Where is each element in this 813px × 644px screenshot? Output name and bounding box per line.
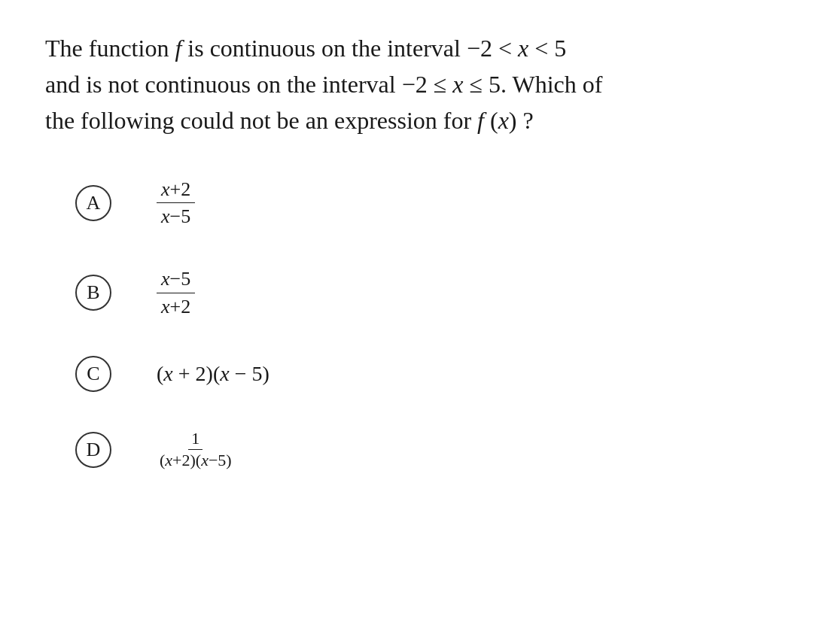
option-expression-a: x+2 x−5	[157, 176, 195, 229]
option-expression-c: (x + 2)(x − 5)	[157, 362, 269, 386]
fraction-d: 1 (x+2)(x−5)	[157, 428, 235, 472]
fraction-d-numerator: 1	[188, 428, 202, 450]
fraction-a-numerator: x+2	[157, 176, 195, 203]
option-circle-c[interactable]: C	[75, 356, 111, 392]
option-circle-d[interactable]: D	[75, 432, 111, 468]
page-content: The function f is continuous on the inte…	[45, 30, 768, 472]
fraction-b-numerator: x−5	[157, 266, 195, 293]
fraction-b-denominator: x+2	[157, 293, 195, 320]
fraction-d-denominator: (x+2)(x−5)	[157, 450, 235, 471]
question-line3: the following could not be an expression…	[45, 102, 768, 138]
question-line1: The function f is continuous on the inte…	[45, 30, 768, 66]
option-expression-d: 1 (x+2)(x−5)	[157, 428, 235, 472]
fraction-b: x−5 x+2	[157, 266, 195, 319]
fraction-a-denominator: x−5	[157, 203, 195, 229]
option-circle-a[interactable]: A	[75, 185, 111, 221]
fraction-a: x+2 x−5	[157, 176, 195, 229]
question-text: The function f is continuous on the inte…	[45, 30, 768, 138]
option-circle-b[interactable]: B	[75, 275, 111, 311]
option-row-c[interactable]: C (x + 2)(x − 5)	[75, 356, 768, 392]
option-row-b[interactable]: B x−5 x+2	[75, 266, 768, 319]
option-expression-b: x−5 x+2	[157, 266, 195, 319]
question-line2: and is not continuous on the interval −2…	[45, 66, 768, 102]
options-container: A x+2 x−5 B x−5 x+2 C (x + 2)(x − 5)	[45, 176, 768, 472]
option-row-a[interactable]: A x+2 x−5	[75, 176, 768, 229]
option-row-d[interactable]: D 1 (x+2)(x−5)	[75, 428, 768, 472]
